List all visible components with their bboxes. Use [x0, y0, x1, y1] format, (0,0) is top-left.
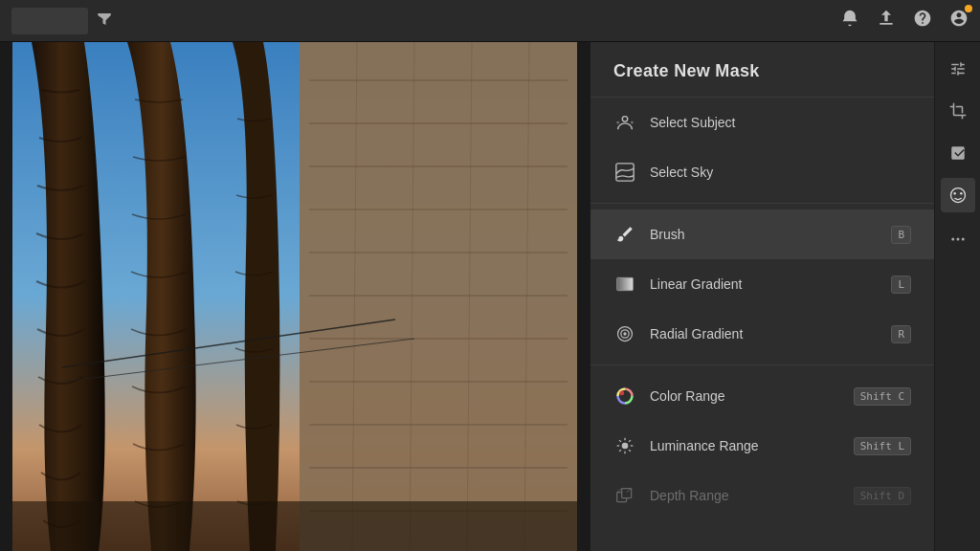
linear-gradient-icon	[613, 273, 636, 296]
divider-1	[590, 203, 934, 204]
color-range-icon	[613, 385, 636, 408]
depth-range-shortcut: Shift D	[854, 487, 911, 505]
select-sky-icon	[613, 161, 636, 184]
svg-line-36	[629, 450, 631, 452]
adjustments-icon-btn[interactable]	[941, 52, 975, 86]
svg-point-46	[951, 238, 954, 241]
depth-range-label: Depth Range	[650, 488, 854, 503]
color-range-item[interactable]: Color Range Shift C	[590, 371, 934, 421]
upload-icon[interactable]	[877, 9, 896, 33]
divider-2	[590, 364, 934, 365]
main-area: Create New Mask Select Subject	[0, 42, 980, 551]
crop-icon-btn[interactable]	[941, 94, 975, 128]
svg-point-45	[960, 192, 963, 195]
panel-title: Create New Mask	[613, 61, 760, 80]
svg-point-29	[619, 390, 624, 395]
select-sky-item[interactable]: Select Sky	[590, 147, 934, 197]
luminance-range-icon	[613, 434, 636, 457]
radial-gradient-item[interactable]: Radial Gradient R	[590, 309, 934, 359]
select-subject-icon	[613, 111, 636, 134]
brush-shortcut: B	[891, 226, 911, 244]
user-icon[interactable]	[949, 9, 969, 33]
svg-point-21	[616, 121, 619, 124]
svg-rect-19	[12, 501, 577, 551]
mask-options-list: Select Subject Select Sky	[590, 98, 934, 551]
mask-icon-btn[interactable]	[941, 178, 975, 212]
svg-point-48	[961, 238, 964, 241]
image-area	[0, 42, 590, 551]
brush-label: Brush	[650, 227, 891, 242]
more-icon-btn[interactable]	[941, 222, 975, 256]
brush-icon	[613, 223, 636, 246]
color-range-label: Color Range	[650, 388, 854, 404]
bell-icon[interactable]	[840, 9, 859, 33]
luminance-range-label: Luminance Range	[650, 438, 854, 453]
radial-gradient-shortcut: R	[891, 325, 911, 343]
svg-line-35	[619, 440, 621, 442]
linear-gradient-shortcut: L	[891, 276, 911, 294]
linear-gradient-label: Linear Gradient	[650, 276, 891, 292]
svg-rect-23	[616, 164, 634, 181]
radial-gradient-icon	[613, 322, 636, 345]
svg-line-38	[619, 450, 621, 452]
filter-icon[interactable]	[96, 11, 113, 32]
luminance-range-shortcut: Shift L	[854, 437, 911, 455]
top-toolbar	[0, 0, 980, 42]
svg-point-20	[622, 117, 628, 122]
svg-rect-1	[300, 42, 577, 551]
toolbar-right	[840, 9, 969, 33]
svg-point-22	[631, 121, 634, 124]
luminance-range-item[interactable]: Luminance Range Shift L	[590, 421, 934, 471]
radial-gradient-label: Radial Gradient	[650, 326, 891, 342]
svg-point-47	[956, 238, 959, 241]
heal-icon-btn[interactable]	[941, 136, 975, 170]
depth-range-icon	[613, 484, 636, 507]
svg-point-43	[950, 188, 965, 203]
title-box	[11, 8, 88, 34]
linear-gradient-item[interactable]: Linear Gradient L	[590, 259, 934, 309]
select-subject-label: Select Subject	[650, 115, 911, 130]
svg-point-30	[622, 443, 629, 450]
svg-line-37	[629, 440, 631, 442]
svg-point-44	[953, 192, 956, 195]
svg-point-27	[623, 332, 626, 335]
toolbar-left	[11, 8, 113, 34]
photo-canvas	[0, 42, 590, 551]
help-icon[interactable]	[913, 9, 932, 33]
panel-header: Create New Mask	[590, 42, 934, 98]
notification-badge	[965, 5, 972, 12]
select-sky-label: Select Sky	[650, 165, 911, 180]
color-range-shortcut: Shift C	[854, 387, 911, 406]
depth-range-item[interactable]: Depth Range Shift D	[590, 471, 934, 520]
select-subject-item[interactable]: Select Subject	[590, 98, 934, 147]
brush-item[interactable]: Brush B	[590, 209, 934, 259]
svg-rect-24	[617, 277, 634, 290]
right-toolbar	[934, 42, 980, 551]
mask-panel: Create New Mask Select Subject	[590, 42, 934, 551]
